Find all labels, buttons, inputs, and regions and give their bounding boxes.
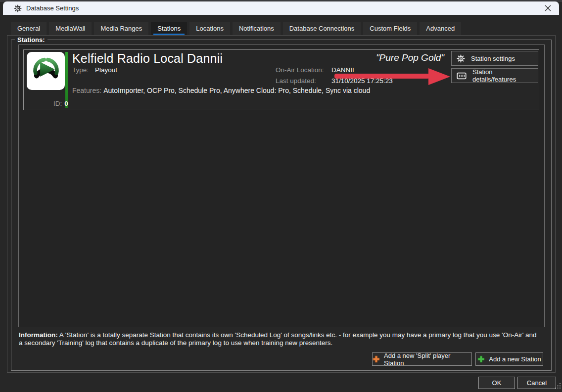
- tab-media-ranges[interactable]: Media Ranges: [94, 22, 148, 35]
- resize-grip[interactable]: [555, 382, 561, 391]
- tab-general[interactable]: General: [11, 22, 47, 35]
- gear-icon: [14, 4, 22, 12]
- green-plus-icon: [477, 355, 485, 363]
- play-circle-icon: [30, 55, 62, 87]
- information-body: A 'Station' is a totally separate Statio…: [19, 331, 537, 347]
- orange-plus-icon: [373, 355, 380, 363]
- station-buttons: Station settings Station details/feature…: [451, 51, 538, 86]
- information-text: Information: A 'Station' is a totally se…: [19, 331, 540, 347]
- window-title: Database Settings: [26, 4, 79, 12]
- tab-advanced[interactable]: Advanced: [420, 22, 461, 35]
- add-split-station-button[interactable]: Add a new 'Split' player Station: [372, 352, 472, 366]
- onair-location-label: On-Air Location:: [276, 66, 331, 74]
- station-details-card-icon: [457, 72, 467, 80]
- add-split-station-label: Add a new 'Split' player Station: [384, 352, 471, 367]
- station-row[interactable]: Kelfield Radio Local Dannii Type:Playout…: [23, 49, 539, 110]
- features-label: Features:: [72, 87, 101, 94]
- tab-mediawall[interactable]: MediaWall: [49, 22, 92, 35]
- gear-icon: [457, 54, 465, 63]
- add-station-label: Add a new Station: [489, 355, 541, 363]
- cancel-button[interactable]: Cancel: [517, 377, 556, 389]
- station-slogan: "Pure Pop Gold": [376, 52, 444, 63]
- tab-locations[interactable]: Locations: [189, 22, 230, 35]
- station-id-row: ID:0: [53, 100, 68, 107]
- information-label: Information:: [19, 331, 58, 339]
- ok-button[interactable]: OK: [478, 377, 515, 389]
- station-settings-label: Station settings: [471, 55, 515, 62]
- tab-custom-fields[interactable]: Custom Fields: [363, 22, 417, 35]
- tab-stations[interactable]: Stations: [151, 22, 187, 35]
- station-details-button[interactable]: Station details/features: [451, 68, 538, 83]
- close-icon[interactable]: [540, 2, 555, 14]
- type-value: Playout: [95, 66, 117, 74]
- id-label: ID:: [53, 100, 62, 107]
- station-details-label: Station details/features: [472, 68, 538, 83]
- station-name: Kelfield Radio Local Dannii: [72, 51, 223, 66]
- last-updated-label: Last updated:: [276, 77, 331, 85]
- tab-notifications[interactable]: Notifications: [233, 22, 281, 35]
- add-station-button[interactable]: Add a new Station: [475, 352, 543, 366]
- red-arrow-annotation: [334, 68, 451, 86]
- stations-group-label: Stations:: [15, 36, 47, 44]
- tab-database-connections[interactable]: Database Connections: [283, 22, 361, 35]
- id-value: 0: [64, 100, 68, 107]
- station-settings-button[interactable]: Station settings: [451, 51, 538, 66]
- stations-list: Kelfield Radio Local Dannii Type:Playout…: [18, 44, 545, 327]
- station-logo: [27, 52, 65, 90]
- type-label: Type:: [72, 66, 95, 74]
- tab-bar: General MediaWall Media Ranges Stations …: [11, 22, 461, 35]
- database-settings-dialog: Database Settings General MediaWall Medi…: [0, 0, 562, 392]
- title-bar[interactable]: Database Settings: [3, 1, 559, 15]
- station-type-row: Type:Playout: [72, 66, 117, 74]
